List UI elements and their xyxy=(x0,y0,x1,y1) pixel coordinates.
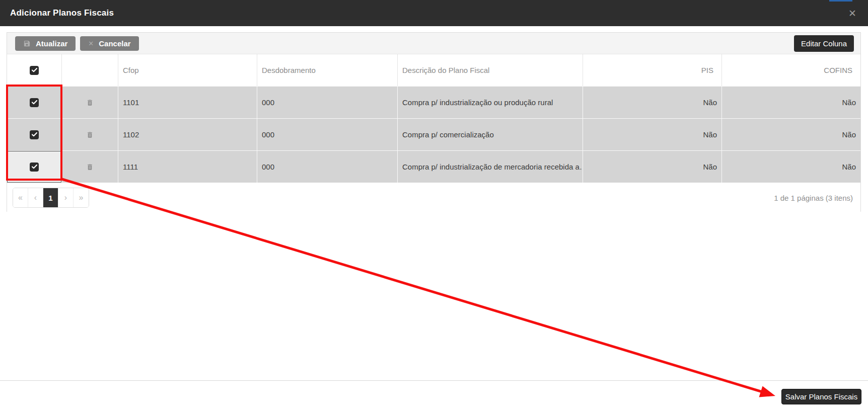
atualizar-button[interactable]: Atualizar xyxy=(15,36,76,51)
cell-pis: Não xyxy=(583,87,722,118)
table-row: 1101 000 Compra p/ industrialização ou p… xyxy=(7,86,860,118)
cell-cofins: Não xyxy=(722,151,860,183)
page-1-button[interactable]: 1 xyxy=(43,188,58,207)
cell-cfop: 1102 xyxy=(118,119,257,150)
background-window-sliver xyxy=(829,0,852,2)
header-actions-cell xyxy=(62,54,118,86)
next-page-button[interactable]: › xyxy=(58,188,74,207)
cell-pis: Não xyxy=(583,151,722,183)
cell-desdobramento: 000 xyxy=(257,119,398,150)
row-checkbox[interactable] xyxy=(30,98,39,107)
pagination-bar: « ‹ 1 › » 1 de 1 páginas (3 itens) xyxy=(7,183,860,213)
header-desdobramento: Desdobramento xyxy=(257,54,398,86)
cell-cfop: 1111 xyxy=(118,151,257,183)
last-page-button[interactable]: » xyxy=(74,188,89,207)
table-row: 1102 000 Compra p/ comercialização Não N… xyxy=(7,118,860,150)
modal-title: Adicionar Planos Fiscais xyxy=(0,8,114,18)
table-row: 1111 000 Compra p/ industrialização de m… xyxy=(7,150,860,183)
cancelar-label: Cancelar xyxy=(99,39,130,48)
row-select-cell xyxy=(7,87,62,118)
salvar-planos-fiscais-button[interactable]: Salvar Planos Fiscais xyxy=(781,389,861,404)
row-actions-cell xyxy=(62,151,118,183)
cell-cofins: Não xyxy=(722,87,860,118)
editar-coluna-label: Editar Coluna xyxy=(801,39,847,48)
row-actions-cell xyxy=(62,87,118,118)
cell-descricao: Compra p/ industrialização ou produção r… xyxy=(398,87,583,118)
pager: « ‹ 1 › » xyxy=(13,188,89,208)
cell-pis: Não xyxy=(583,119,722,150)
x-icon: ✕ xyxy=(88,40,94,47)
salvar-label: Salvar Planos Fiscais xyxy=(785,392,857,401)
cell-descricao: Compra p/ comercialização xyxy=(398,119,583,150)
cell-desdobramento: 000 xyxy=(257,87,398,118)
annotation-arrowhead xyxy=(759,386,776,397)
delete-row-button[interactable] xyxy=(85,130,95,140)
header-cfop: Cfop xyxy=(118,54,257,86)
cell-cofins: Não xyxy=(722,119,860,150)
cell-descricao: Compra p/ industrialização de mercadoria… xyxy=(398,151,583,183)
header-pis: PIS xyxy=(583,54,722,86)
delete-row-button[interactable] xyxy=(85,162,95,172)
select-all-checkbox[interactable] xyxy=(30,66,39,75)
grid-toolbar: Atualizar ✕ Cancelar Editar Coluna xyxy=(7,33,860,54)
cancelar-button[interactable]: ✕ Cancelar xyxy=(80,36,138,51)
planos-fiscais-grid-panel: Atualizar ✕ Cancelar Editar Coluna Cfop … xyxy=(7,32,861,212)
modal-adicionar-planos-fiscais: Adicionar Planos Fiscais ✕ Atualizar ✕ C… xyxy=(0,0,868,412)
close-icon[interactable]: ✕ xyxy=(844,0,861,26)
header-descricao: Descrição do Plano Fiscal xyxy=(398,54,583,86)
table-header-row: Cfop Desdobramento Descrição do Plano Fi… xyxy=(7,54,860,86)
row-select-cell xyxy=(7,119,62,150)
header-select-cell xyxy=(7,54,62,86)
row-select-cell-focused xyxy=(7,151,62,183)
save-icon xyxy=(23,40,31,47)
row-checkbox[interactable] xyxy=(30,162,39,172)
delete-row-button[interactable] xyxy=(85,98,95,108)
cell-cfop: 1101 xyxy=(118,87,257,118)
row-actions-cell xyxy=(62,119,118,150)
editar-coluna-button[interactable]: Editar Coluna xyxy=(794,35,854,52)
modal-titlebar: Adicionar Planos Fiscais ✕ xyxy=(0,0,868,26)
prev-page-button[interactable]: ‹ xyxy=(28,188,43,207)
row-checkbox[interactable] xyxy=(30,130,39,139)
first-page-button[interactable]: « xyxy=(13,188,28,207)
pagination-info: 1 de 1 páginas (3 itens) xyxy=(774,194,853,202)
footer-divider xyxy=(0,380,868,381)
header-cofins: COFINS xyxy=(722,54,860,86)
cell-desdobramento: 000 xyxy=(257,151,398,183)
atualizar-label: Atualizar xyxy=(36,39,67,48)
